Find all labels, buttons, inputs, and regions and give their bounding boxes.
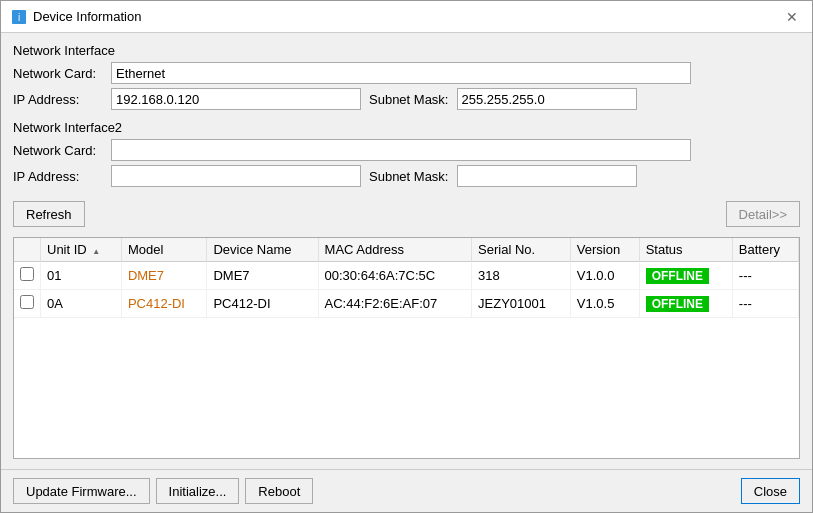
col-header-battery: Battery <box>732 238 798 262</box>
title-bar-left: i Device Information <box>11 9 141 25</box>
table-header-row: Unit ID ▲ Model Device Name MAC Address … <box>14 238 799 262</box>
row-serialNo: JEZY01001 <box>472 290 571 318</box>
col-header-mac-address: MAC Address <box>318 238 471 262</box>
row-unitId: 0A <box>41 290 122 318</box>
col-header-unit-id: Unit ID ▲ <box>41 238 122 262</box>
subnet-mask-1-input[interactable] <box>457 88 637 110</box>
row-checkbox[interactable] <box>20 267 34 281</box>
reboot-button[interactable]: Reboot <box>245 478 313 504</box>
ip-address-1-label: IP Address: <box>13 92 103 107</box>
col-header-version: Version <box>570 238 639 262</box>
ip-address-2-input[interactable] <box>111 165 361 187</box>
row-version: V1.0.0 <box>570 262 639 290</box>
network-card-2-input[interactable] <box>111 139 691 161</box>
bottom-bar: Update Firmware... Initialize... Reboot … <box>1 469 812 512</box>
ip-address-2-row: IP Address: Subnet Mask: <box>13 165 800 187</box>
dialog-content: Network Interface Network Card: IP Addre… <box>1 33 812 469</box>
network-interface-1-title: Network Interface <box>13 43 800 58</box>
row-model: DME7 <box>121 262 207 290</box>
ip-address-1-input[interactable] <box>111 88 361 110</box>
row-checkbox-cell <box>14 262 41 290</box>
subnet-mask-1-label: Subnet Mask: <box>369 92 449 107</box>
refresh-detail-row: Refresh Detail>> <box>13 201 800 227</box>
close-title-button[interactable]: ✕ <box>782 7 802 27</box>
dialog-title: Device Information <box>33 9 141 24</box>
network-card-1-row: Network Card: <box>13 62 800 84</box>
detail-button[interactable]: Detail>> <box>726 201 800 227</box>
row-battery: --- <box>732 290 798 318</box>
row-deviceName: PC412-DI <box>207 290 318 318</box>
status-badge: OFFLINE <box>646 268 709 284</box>
table-row: 01DME7DME700:30:64:6A:7C:5C318V1.0.0OFFL… <box>14 262 799 290</box>
row-serialNo: 318 <box>472 262 571 290</box>
row-version: V1.0.5 <box>570 290 639 318</box>
subnet-mask-2-label: Subnet Mask: <box>369 169 449 184</box>
network-interface-1-section: Network Interface Network Card: IP Addre… <box>13 43 800 114</box>
network-card-2-row: Network Card: <box>13 139 800 161</box>
col-header-checkbox <box>14 238 41 262</box>
row-checkbox[interactable] <box>20 295 34 309</box>
status-badge: OFFLINE <box>646 296 709 312</box>
row-status: OFFLINE <box>639 290 732 318</box>
device-table: Unit ID ▲ Model Device Name MAC Address … <box>14 238 799 318</box>
initialize-button[interactable]: Initialize... <box>156 478 240 504</box>
network-interface-2-section: Network Interface2 Network Card: IP Addr… <box>13 120 800 191</box>
col-header-model: Model <box>121 238 207 262</box>
row-macAddress: 00:30:64:6A:7C:5C <box>318 262 471 290</box>
network-card-1-input[interactable] <box>111 62 691 84</box>
sort-icon: ▲ <box>92 247 100 256</box>
row-battery: --- <box>732 262 798 290</box>
row-macAddress: AC:44:F2:6E:AF:07 <box>318 290 471 318</box>
network-card-1-label: Network Card: <box>13 66 103 81</box>
close-button[interactable]: Close <box>741 478 800 504</box>
dialog-icon: i <box>11 9 27 25</box>
ip-address-2-label: IP Address: <box>13 169 103 184</box>
col-header-serial-no: Serial No. <box>472 238 571 262</box>
network-card-2-label: Network Card: <box>13 143 103 158</box>
device-table-container: Unit ID ▲ Model Device Name MAC Address … <box>13 237 800 459</box>
row-checkbox-cell <box>14 290 41 318</box>
table-row: 0APC412-DIPC412-DIAC:44:F2:6E:AF:07JEZY0… <box>14 290 799 318</box>
device-information-dialog: i Device Information ✕ Network Interface… <box>0 0 813 513</box>
title-bar: i Device Information ✕ <box>1 1 812 33</box>
svg-text:i: i <box>18 12 20 23</box>
row-unitId: 01 <box>41 262 122 290</box>
subnet-mask-2-input[interactable] <box>457 165 637 187</box>
refresh-button[interactable]: Refresh <box>13 201 85 227</box>
device-table-body: 01DME7DME700:30:64:6A:7C:5C318V1.0.0OFFL… <box>14 262 799 318</box>
row-deviceName: DME7 <box>207 262 318 290</box>
ip-address-1-row: IP Address: Subnet Mask: <box>13 88 800 110</box>
col-header-status: Status <box>639 238 732 262</box>
bottom-left-buttons: Update Firmware... Initialize... Reboot <box>13 478 313 504</box>
update-firmware-button[interactable]: Update Firmware... <box>13 478 150 504</box>
network-interface-2-title: Network Interface2 <box>13 120 800 135</box>
col-header-device-name: Device Name <box>207 238 318 262</box>
row-status: OFFLINE <box>639 262 732 290</box>
row-model: PC412-DI <box>121 290 207 318</box>
